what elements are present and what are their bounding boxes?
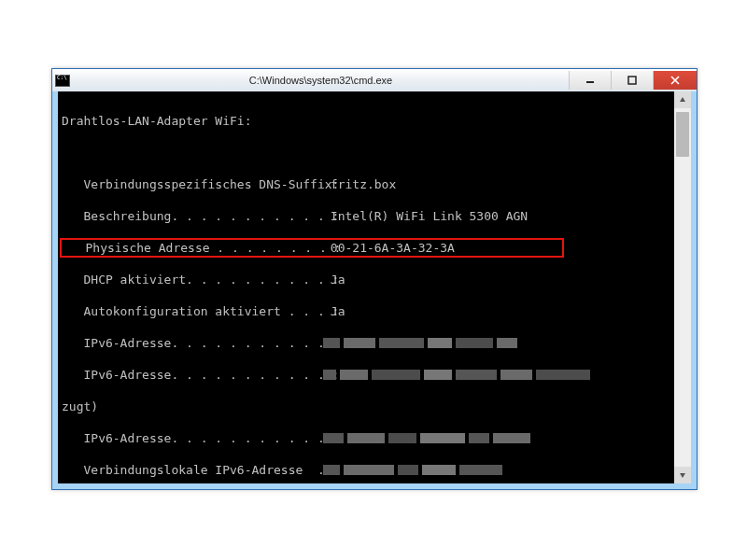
value-physical-address: 00-21-6A-3A-32-3A xyxy=(323,240,455,256)
cmd-window: C:\Windows\system32\cmd.exe Drahtlos-LAN… xyxy=(51,68,698,490)
row-dns-suffix: Verbindungsspezifisches DNS-Suffix: frit… xyxy=(62,176,674,192)
vertical-scrollbar[interactable] xyxy=(674,91,691,483)
value-ipv6-2-redacted xyxy=(323,367,674,383)
titlebar[interactable]: C:\Windows\system32\cmd.exe xyxy=(52,69,697,91)
svg-marker-5 xyxy=(680,473,685,478)
console-output[interactable]: Drahtlos-LAN-Adapter WiFi: Verbindungssp… xyxy=(58,91,674,483)
svg-marker-4 xyxy=(680,97,685,102)
scroll-down-button[interactable] xyxy=(674,467,691,483)
value-autoconfig: Ja xyxy=(323,303,674,319)
row-physical-address-highlight: Physische Adresse . . . . . . . . : 00-2… xyxy=(60,238,564,258)
maximize-button[interactable] xyxy=(611,71,653,90)
window-controls xyxy=(569,71,697,90)
window-title: C:\Windows\system32\cmd.exe xyxy=(73,75,569,86)
label-ipv6-3: IPv6-Adresse. . . . . . . . . . . : xyxy=(62,430,323,446)
row-ipv6-1: IPv6-Adresse. . . . . . . . . . . : xyxy=(62,335,674,351)
row-ipv6-3: IPv6-Adresse. . . . . . . . . . . : xyxy=(62,430,674,446)
value-dhcp-enabled: Ja xyxy=(323,272,674,287)
scrollbar-thumb[interactable] xyxy=(676,112,689,157)
console-area: Drahtlos-LAN-Adapter WiFi: Verbindungssp… xyxy=(58,91,691,483)
row-linklocal-ipv6: Verbindungslokale IPv6-Adresse . : xyxy=(62,462,674,478)
close-button[interactable] xyxy=(653,71,697,90)
cmd-icon xyxy=(52,69,73,91)
value-description: Intel(R) WiFi Link 5300 AGN xyxy=(323,208,674,224)
row-ipv6-2: IPv6-Adresse. . . . . . . . . . . : xyxy=(62,367,674,383)
value-ipv6-3-redacted xyxy=(323,430,674,446)
label-dns-suffix: Verbindungsspezifisches DNS-Suffix: xyxy=(62,176,323,192)
scroll-up-button[interactable] xyxy=(674,91,691,108)
adapter-header: Drahtlos-LAN-Adapter WiFi: xyxy=(62,113,674,129)
value-linklocal-redacted xyxy=(323,462,674,478)
label-ipv6-1: IPv6-Adresse. . . . . . . . . . . : xyxy=(62,335,323,351)
label-autoconfig: Autokonfiguration aktiviert . . . : xyxy=(62,303,323,319)
row-wrap-suffix: zugt) xyxy=(62,399,674,414)
label-dhcp-enabled: DHCP aktiviert. . . . . . . . . . : xyxy=(62,272,323,287)
label-linklocal-ipv6: Verbindungslokale IPv6-Adresse . : xyxy=(62,462,323,478)
row-autoconfig: Autokonfiguration aktiviert . . . : Ja xyxy=(62,303,674,319)
label-physical-address: Physische Adresse . . . . . . . . : xyxy=(63,240,323,256)
row-dhcp-enabled: DHCP aktiviert. . . . . . . . . . : Ja xyxy=(62,272,674,287)
value-ipv6-1-redacted xyxy=(323,335,674,351)
row-description: Beschreibung. . . . . . . . . . . : Inte… xyxy=(62,208,674,224)
value-dns-suffix: fritz.box xyxy=(323,176,674,192)
label-description: Beschreibung. . . . . . . . . . . : xyxy=(62,208,323,224)
minimize-button[interactable] xyxy=(569,71,611,90)
label-ipv6-2: IPv6-Adresse. . . . . . . . . . . : xyxy=(62,367,323,383)
blank-line xyxy=(62,145,674,161)
svg-rect-1 xyxy=(628,77,636,84)
